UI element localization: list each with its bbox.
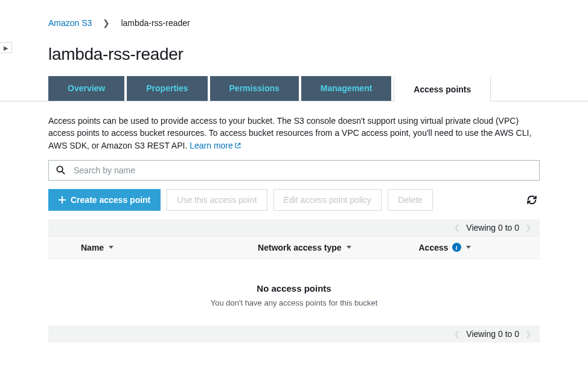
refresh-icon xyxy=(526,194,537,205)
tab-access-points[interactable]: Access points xyxy=(394,77,491,101)
tab-properties[interactable]: Properties xyxy=(127,76,207,101)
pager-bottom: ❮ Viewing 0 to 0 ❯ xyxy=(48,326,540,342)
empty-headline: No access points xyxy=(48,283,540,293)
pager-next-icon[interactable]: ❯ xyxy=(525,330,531,338)
edit-policy-button: Edit access point policy xyxy=(273,189,382,211)
page-title: lambda-rss-reader xyxy=(48,45,540,64)
breadcrumb-root-link[interactable]: Amazon S3 xyxy=(48,18,92,28)
tab-management[interactable]: Management xyxy=(301,76,392,101)
caret-down-icon xyxy=(109,246,113,249)
external-link-icon xyxy=(234,142,241,149)
access-points-description: Access points can be used to provide acc… xyxy=(48,115,540,152)
column-name[interactable]: Name xyxy=(81,243,258,252)
search-input[interactable] xyxy=(74,165,532,175)
plus-icon xyxy=(59,196,66,204)
svg-point-0 xyxy=(57,167,62,172)
sidebar-expand-handle[interactable]: ▶ xyxy=(0,42,12,53)
chevron-right-icon: ❯ xyxy=(103,18,110,28)
column-network-access-type[interactable]: Network access type xyxy=(258,243,418,252)
breadcrumb: Amazon S3 ❯ lambda-rss-reader xyxy=(48,18,540,28)
tab-permissions[interactable]: Permissions xyxy=(210,76,299,101)
pager-prev-icon[interactable]: ❮ xyxy=(454,330,460,338)
breadcrumb-current: lambda-rss-reader xyxy=(121,18,190,28)
pager-top: ❮ Viewing 0 to 0 ❯ xyxy=(48,219,540,236)
learn-more-link[interactable]: Learn more xyxy=(190,141,241,150)
delete-button: Delete xyxy=(388,189,432,211)
tabs: Overview Properties Permissions Manageme… xyxy=(48,76,540,101)
pager-prev-icon[interactable]: ❮ xyxy=(454,223,460,232)
svg-line-1 xyxy=(62,172,65,174)
use-access-point-button: Use this access point xyxy=(167,189,267,211)
refresh-button[interactable] xyxy=(524,192,540,208)
empty-state: No access points You don't have any acce… xyxy=(48,259,540,323)
caret-down-icon xyxy=(466,246,471,249)
create-access-point-button[interactable]: Create access point xyxy=(48,189,161,211)
search-icon xyxy=(56,165,65,175)
table-header: Name Network access type Access i xyxy=(48,236,540,259)
pager-text: Viewing 0 to 0 xyxy=(466,329,519,339)
search-box[interactable] xyxy=(48,160,540,181)
caret-down-icon xyxy=(347,246,351,249)
pager-text: Viewing 0 to 0 xyxy=(466,223,519,232)
toolbar: Create access point Use this access poin… xyxy=(48,189,540,211)
column-access[interactable]: Access i xyxy=(419,243,532,252)
tab-overview[interactable]: Overview xyxy=(48,76,124,101)
info-icon[interactable]: i xyxy=(452,243,461,252)
pager-next-icon[interactable]: ❯ xyxy=(525,223,531,232)
empty-subtext: You don't have any access points for thi… xyxy=(48,298,540,307)
